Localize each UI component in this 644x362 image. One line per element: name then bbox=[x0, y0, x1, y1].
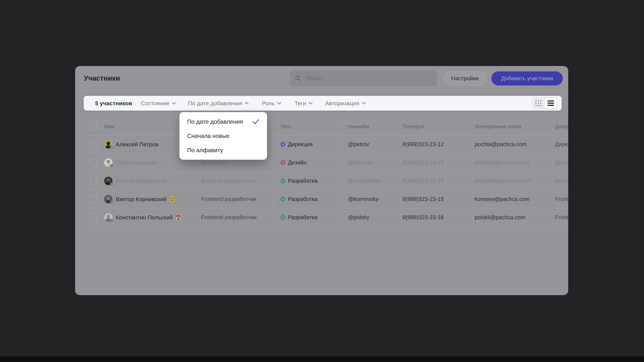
online-status-dot bbox=[110, 219, 113, 222]
table-row[interactable]: Константин Польский Frontend разработчик… bbox=[75, 208, 568, 226]
search-icon bbox=[295, 75, 301, 82]
tag-ring-icon bbox=[280, 215, 285, 220]
filter-tags[interactable]: Теги bbox=[294, 96, 313, 111]
member-phone: 8(999)323-23-15 bbox=[402, 196, 444, 202]
member-email: pochta2@pachca.com bbox=[474, 159, 530, 166]
member-email: polskii@pachca.com bbox=[474, 214, 526, 221]
view-mode-toggle bbox=[532, 97, 557, 109]
tag-ring-icon bbox=[280, 142, 285, 147]
member-nickname: @kornevsky bbox=[348, 196, 378, 202]
member-role: Frontend разработчик bbox=[201, 196, 256, 202]
row-checkbox[interactable] bbox=[90, 159, 98, 166]
member-role: Дизайнер bbox=[201, 159, 226, 166]
row-checkbox[interactable] bbox=[90, 141, 98, 148]
menu-item-by-date-added[interactable]: По дате добавления bbox=[180, 115, 267, 129]
table-row[interactable]: Пётр Алексеев Дизайнер Дизайн @alexeev 8… bbox=[75, 153, 568, 172]
online-status-dot bbox=[110, 164, 113, 167]
chevron-up-icon bbox=[244, 102, 249, 105]
list-icon bbox=[547, 100, 554, 107]
menu-item-alphabetical[interactable]: По алфавиту bbox=[180, 143, 267, 157]
member-role: Frontend разработчик bbox=[201, 214, 256, 221]
column-header-nickname: Никнейм bbox=[348, 124, 369, 130]
filter-state[interactable]: Состояние bbox=[141, 96, 176, 111]
chevron-down-icon bbox=[308, 102, 313, 105]
column-header-tags: Теги bbox=[280, 124, 291, 130]
avatar bbox=[104, 140, 112, 148]
checkmark-icon bbox=[252, 119, 259, 124]
members-table: Алексей Петров Дирекция @petrov 8(999)32… bbox=[75, 135, 568, 226]
grid-view-button[interactable] bbox=[532, 98, 544, 109]
menu-item-newest-first[interactable]: Сначала новые bbox=[180, 129, 267, 143]
member-department: Директор bbox=[555, 141, 568, 147]
row-checkbox[interactable] bbox=[90, 214, 98, 221]
member-email: mendele@pachca.com bbox=[474, 178, 531, 184]
header-divider bbox=[75, 90, 568, 91]
search-box[interactable] bbox=[290, 70, 437, 86]
avatar bbox=[104, 213, 112, 222]
member-tag: Разработка bbox=[280, 178, 318, 184]
member-phone: 8(999)323-23-12 bbox=[402, 141, 444, 147]
member-department: Frontend разработчик bbox=[555, 214, 568, 221]
chevron-down-icon bbox=[172, 102, 176, 105]
bottom-bar bbox=[0, 356, 644, 362]
filter-authorization[interactable]: Авторизация bbox=[325, 96, 366, 111]
online-status-dot bbox=[110, 146, 113, 149]
online-status-dot bbox=[110, 201, 113, 204]
member-name: Константин Польский bbox=[116, 214, 173, 221]
select-all-checkbox[interactable] bbox=[90, 123, 98, 130]
tag-ring-icon bbox=[280, 160, 285, 165]
member-name: Виктор Корневский bbox=[116, 196, 166, 202]
member-email: korneev@pachca.com bbox=[474, 196, 530, 202]
column-header-name: Имя bbox=[104, 124, 114, 130]
member-nickname: @alexeev bbox=[348, 159, 373, 166]
member-name: Платон Менделеев bbox=[116, 177, 167, 184]
tag-ring-icon bbox=[280, 178, 285, 183]
tag-ring-icon bbox=[280, 197, 285, 201]
member-phone: 8(999)323-23-16 bbox=[402, 214, 444, 221]
member-nickname: @mendeleev bbox=[348, 178, 381, 184]
list-view-button[interactable] bbox=[545, 98, 557, 109]
row-checkbox[interactable] bbox=[90, 195, 98, 203]
chevron-down-icon bbox=[362, 102, 366, 105]
table-row[interactable]: Виктор Корневский Frontend разработчик Р… bbox=[75, 190, 568, 208]
member-nickname: @petrov bbox=[348, 141, 369, 147]
filter-bar: 5 участников Состояние По дате добавлени… bbox=[84, 96, 562, 111]
member-name: Пётр Алексеев bbox=[116, 159, 156, 166]
sort-dropdown-menu: По дате добавления Сначала новые По алфа… bbox=[180, 112, 267, 160]
member-department: Дизайнер bbox=[555, 159, 568, 166]
settings-button[interactable]: Настройки bbox=[444, 71, 486, 85]
row-checkbox[interactable] bbox=[90, 177, 98, 185]
member-department: Frontend разработчик bbox=[555, 196, 568, 202]
table-row[interactable]: Алексей Петров Дирекция @petrov 8(999)32… bbox=[75, 135, 568, 153]
members-count: 5 участников bbox=[95, 96, 132, 111]
avatar bbox=[104, 177, 112, 185]
house-emoji bbox=[175, 214, 182, 221]
column-header-department: Департамент bbox=[555, 124, 568, 130]
search-input[interactable] bbox=[305, 75, 432, 82]
page-title: Участники bbox=[84, 66, 120, 90]
avatar bbox=[104, 158, 112, 167]
member-tag: Дирекция bbox=[280, 141, 312, 147]
member-phone: 8(999)323-23-13 bbox=[402, 159, 444, 166]
member-tag: Дизайн bbox=[280, 159, 306, 166]
member-tag: Разработка bbox=[280, 214, 318, 221]
members-modal: Участники Настройки Добавить участника И… bbox=[75, 66, 568, 295]
star-struck-emoji bbox=[169, 196, 175, 202]
member-role: Backend разработчик bbox=[201, 178, 256, 184]
add-member-button[interactable]: Добавить участника bbox=[492, 71, 563, 85]
member-tag: Разработка bbox=[280, 196, 318, 202]
chevron-down-icon bbox=[277, 102, 282, 105]
member-email: pochta@pachca.com bbox=[474, 141, 527, 147]
filter-role[interactable]: Роль bbox=[262, 96, 282, 111]
member-phone: 8(999)323-23-14 bbox=[402, 178, 444, 184]
table-header: Имя Роль Теги Никнейм Телефон Электронна… bbox=[75, 118, 568, 135]
grid-icon bbox=[535, 99, 542, 107]
column-header-phone: Телефон bbox=[402, 124, 424, 130]
member-name: Алексей Петров bbox=[116, 141, 158, 147]
filter-sort-by-date[interactable]: По дате добавления bbox=[188, 96, 249, 111]
table-row[interactable]: Платон Менделеев Backend разработчик Раз… bbox=[75, 172, 568, 190]
member-department: Backend разработчик bbox=[555, 178, 568, 184]
online-status-dot bbox=[110, 182, 113, 186]
member-nickname: @polsky bbox=[348, 214, 369, 221]
column-header-email: Электронная почта bbox=[474, 124, 521, 130]
